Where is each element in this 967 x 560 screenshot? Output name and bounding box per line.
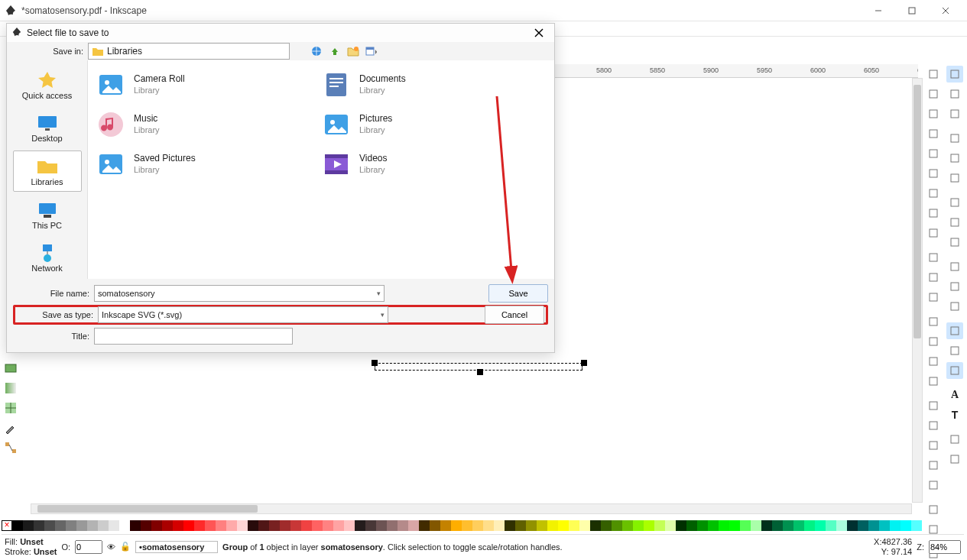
- color-swatch[interactable]: [323, 520, 333, 531]
- library-item-saved-pictures[interactable]: Saved PicturesLibrary: [96, 144, 321, 184]
- redo-icon[interactable]: [925, 205, 942, 222]
- color-swatch[interactable]: [686, 520, 697, 531]
- A-icon[interactable]: A: [946, 387, 963, 403]
- open-icon[interactable]: [925, 86, 942, 102]
- new-icon[interactable]: [925, 66, 942, 83]
- dup-icon[interactable]: [925, 397, 942, 414]
- library-item-videos[interactable]: VideosLibrary: [321, 144, 547, 184]
- horizontal-scrollbar[interactable]: [31, 503, 912, 514]
- library-item-camera-roll[interactable]: Camera RollLibrary: [96, 65, 321, 105]
- paste-icon[interactable]: [925, 289, 942, 306]
- color-swatch[interactable]: [729, 520, 740, 531]
- library-item-music[interactable]: MusicLibrary: [96, 105, 321, 144]
- color-swatch[interactable]: [505, 520, 515, 531]
- color-swatch[interactable]: [312, 520, 323, 531]
- color-swatch[interactable]: [66, 520, 76, 531]
- color-swatch[interactable]: [622, 520, 633, 531]
- color-swatch[interactable]: [387, 520, 398, 531]
- web-icon[interactable]: [310, 44, 323, 58]
- no-color-swatch[interactable]: ×: [2, 520, 12, 531]
- color-swatch[interactable]: [676, 520, 686, 531]
- color-swatch[interactable]: [815, 520, 826, 531]
- save-button[interactable]: Save: [488, 284, 548, 303]
- connector-tool-icon[interactable]: [2, 439, 20, 457]
- color-swatch[interactable]: [558, 520, 569, 531]
- place-quick-access[interactable]: Quick access: [13, 65, 82, 105]
- color-swatch[interactable]: [793, 520, 804, 531]
- color-swatch[interactable]: [376, 520, 387, 531]
- snap-corners-icon[interactable]: [946, 150, 963, 167]
- selection-handle[interactable]: [372, 360, 378, 366]
- minimize-button[interactable]: [862, 0, 895, 21]
- color-swatch[interactable]: [109, 520, 119, 531]
- selection-handle[interactable]: [477, 369, 483, 375]
- color-swatch[interactable]: [879, 520, 890, 531]
- color-swatch[interactable]: [419, 520, 430, 531]
- color-swatch[interactable]: [697, 520, 708, 531]
- vertical-scrollbar[interactable]: [912, 78, 923, 503]
- snap-edges-icon[interactable]: [946, 130, 963, 147]
- color-swatch[interactable]: [772, 520, 783, 531]
- ungroup-icon[interactable]: [925, 477, 942, 494]
- color-swatch[interactable]: [258, 520, 269, 531]
- place-desktop[interactable]: Desktop: [13, 108, 82, 147]
- zoom-in-icon[interactable]: [925, 313, 942, 330]
- fill-icon[interactable]: [925, 501, 942, 518]
- color-swatch[interactable]: [547, 520, 558, 531]
- maximize-button[interactable]: [895, 0, 929, 21]
- color-swatch[interactable]: [194, 520, 205, 531]
- color-swatch[interactable]: [826, 520, 836, 531]
- color-swatch[interactable]: [333, 520, 344, 531]
- color-swatch[interactable]: [751, 520, 761, 531]
- new-folder-icon[interactable]: [346, 44, 360, 58]
- rectangle-tool-icon[interactable]: [2, 359, 20, 377]
- copy2-icon[interactable]: [925, 269, 942, 286]
- copy-icon[interactable]: [925, 225, 942, 241]
- save-icon[interactable]: [925, 105, 942, 122]
- layer-visibility-icon[interactable]: 👁: [107, 542, 115, 552]
- color-swatch[interactable]: [761, 520, 772, 531]
- color-swatch[interactable]: [472, 520, 483, 531]
- color-swatch[interactable]: [355, 520, 365, 531]
- color-swatch[interactable]: [665, 520, 676, 531]
- file-name-input[interactable]: somatosensory: [94, 285, 385, 302]
- color-swatch[interactable]: [430, 520, 440, 531]
- color-swatch[interactable]: [783, 520, 793, 531]
- color-swatch[interactable]: [344, 520, 355, 531]
- color-swatch[interactable]: [130, 520, 141, 531]
- selection-handle[interactable]: [581, 360, 587, 366]
- color-swatch[interactable]: [483, 520, 494, 531]
- save-in-combo[interactable]: Libraries: [88, 43, 290, 60]
- color-swatch[interactable]: [836, 520, 847, 531]
- color-swatch[interactable]: [451, 520, 462, 531]
- color-swatch[interactable]: [248, 520, 258, 531]
- color-swatch[interactable]: [719, 520, 729, 531]
- x1-icon[interactable]: [946, 431, 963, 448]
- snap-text-icon[interactable]: [946, 298, 963, 315]
- zoom-input[interactable]: [929, 540, 961, 554]
- color-swatch[interactable]: [237, 520, 248, 531]
- view-menu-icon[interactable]: [365, 44, 378, 58]
- color-swatch[interactable]: [173, 520, 183, 531]
- snap-grid-icon[interactable]: [946, 322, 963, 339]
- zoom-fit-icon[interactable]: [925, 353, 942, 370]
- color-swatch[interactable]: [205, 520, 216, 531]
- export-icon[interactable]: [925, 165, 942, 182]
- color-swatch[interactable]: [462, 520, 472, 531]
- color-swatch[interactable]: [12, 520, 23, 531]
- color-swatch[interactable]: [858, 520, 868, 531]
- color-swatch[interactable]: [868, 520, 879, 531]
- color-swatch[interactable]: [398, 520, 408, 531]
- library-item-documents[interactable]: DocumentsLibrary: [321, 65, 547, 105]
- snap-cusp-icon[interactable]: [946, 234, 963, 251]
- color-swatch[interactable]: [590, 520, 601, 531]
- place-libraries[interactable]: Libraries: [13, 151, 82, 192]
- T-icon[interactable]: T: [946, 406, 963, 423]
- place-network[interactable]: Network: [13, 238, 82, 277]
- dialog-close-button[interactable]: [528, 24, 550, 42]
- color-swatch[interactable]: [847, 520, 858, 531]
- snap-mid-icon[interactable]: [946, 170, 963, 186]
- color-swatch[interactable]: [526, 520, 537, 531]
- color-swatch[interactable]: [804, 520, 815, 531]
- color-palette[interactable]: ×: [2, 520, 964, 532]
